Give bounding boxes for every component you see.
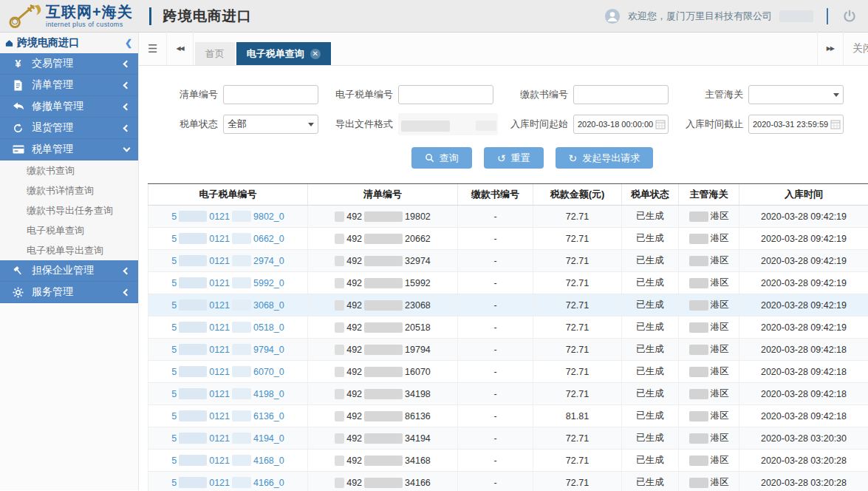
table-row[interactable]: 5 0121 0518_0 492 20518 - 72.71 已生成 港区 2… (148, 316, 868, 339)
table-row[interactable]: 5 0121 0662_0 492 20662 - 72.71 已生成 港区 2… (148, 228, 868, 250)
export-format-redacted-options[interactable] (398, 113, 498, 135)
sidebar-item-label: 退货管理 (32, 121, 73, 135)
sidebar-subitem[interactable]: 缴款书导出任务查询 (0, 200, 138, 220)
column-header: 主管海关 (679, 184, 739, 206)
tax-no-link[interactable]: 5 0121 6136_0 (171, 410, 284, 421)
export-icon: ↻ (569, 153, 578, 163)
header-divider-2 (827, 8, 828, 24)
sidebar-subitem[interactable]: 缴款书查询 (0, 160, 138, 180)
cell-status: 已生成 (622, 361, 679, 383)
cell-status: 已生成 (622, 272, 679, 294)
sidebar-item[interactable]: 退货管理 (0, 118, 138, 139)
tax-no-link[interactable]: 5 0121 5992_0 (171, 277, 284, 288)
table-row[interactable]: 5 0121 4166_0 492 34166 - 72.71 已生成 港区 2… (148, 472, 868, 491)
tax-no-link[interactable]: 5 0121 4198_0 (171, 388, 284, 399)
table-row[interactable]: 5 0121 2974_0 492 32974 - 72.71 已生成 港区 2… (148, 250, 868, 272)
table-row[interactable]: 5 0121 4198_0 492 34198 - 72.71 已生成 港区 2… (148, 383, 868, 405)
payment-no-input[interactable] (573, 85, 669, 104)
cell-status: 已生成 (622, 228, 679, 250)
redacted-segment (232, 410, 251, 421)
cell-status: 已生成 (622, 383, 679, 405)
calendar-icon[interactable] (830, 119, 841, 129)
cell-status: 已生成 (622, 206, 679, 228)
cell-payment-no: - (458, 427, 533, 450)
table-row[interactable]: 5 0121 9802_0 492 19802 - 72.71 已生成 港区 2… (148, 206, 868, 228)
close-all-tabs-button[interactable]: 关闭 (843, 32, 868, 65)
redacted-segment (689, 211, 708, 222)
sidebar-item[interactable]: 修撤单管理 (0, 96, 138, 118)
tax-no-link[interactable]: 5 0121 6070_0 (171, 366, 284, 377)
tax-no-input[interactable] (398, 85, 493, 104)
table-row[interactable]: 5 0121 9794_0 492 19794 - 72.71 已生成 港区 2… (148, 339, 868, 361)
redacted-segment (689, 278, 708, 288)
brand-subtitle: internet plus of customs (46, 21, 133, 28)
time-end-label: 入库时间截止 (669, 118, 748, 131)
tax-no-link[interactable]: 5 0121 4166_0 (171, 477, 284, 488)
customs-select[interactable] (748, 85, 844, 104)
cell-tax-no: 5 0121 6070_0 (148, 361, 308, 383)
sidebar-item[interactable]: 服务管理 (0, 282, 138, 303)
cell-time: 2020-03-28 09:42:19 (739, 228, 868, 250)
table-row[interactable]: 5 0121 3068_0 492 23068 - 72.71 已生成 港区 2… (148, 294, 868, 316)
cell-tax-no: 5 0121 9802_0 (148, 206, 308, 228)
cell-payment-no: - (458, 316, 533, 339)
cell-amount: 72.71 (533, 472, 622, 491)
table-row[interactable]: 5 0121 6136_0 492 86136 - 81.81 已生成 港区 2… (148, 405, 868, 427)
redacted-segment (179, 388, 207, 399)
cell-amount: 72.71 (533, 361, 622, 383)
reset-button[interactable]: ↺ 重置 (484, 147, 544, 169)
chevron-down-icon (123, 145, 131, 152)
sidebar-item[interactable]: 税单管理 (0, 139, 138, 160)
reset-icon: ↺ (497, 153, 506, 163)
redacted-segment (689, 411, 708, 421)
query-button[interactable]: 查询 (411, 147, 472, 169)
tax-no-link[interactable]: 5 0121 0518_0 (171, 322, 284, 333)
tax-no-link[interactable]: 5 0121 4194_0 (171, 433, 284, 444)
cell-customs: 港区 (679, 294, 739, 316)
query-form: 清单编号 电子税单编号 缴款书编号 主管海关 (139, 66, 868, 169)
calendar-icon[interactable] (655, 119, 666, 129)
cell-tax-no: 5 0121 9794_0 (148, 339, 308, 361)
tax-no-label: 电子税单编号 (318, 88, 398, 101)
redacted-segment (232, 299, 251, 311)
double-left-icon[interactable]: ◀◀ (167, 32, 193, 65)
redacted-segment (689, 256, 708, 266)
cell-tax-no: 5 0121 4198_0 (148, 383, 308, 405)
sidebar-subitem[interactable]: 电子税单导出查询 (0, 240, 138, 260)
table-row[interactable]: 5 0121 5992_0 492 15992 - 72.71 已生成 港区 2… (148, 272, 868, 294)
tax-no-link[interactable]: 5 0121 4168_0 (171, 455, 284, 466)
sidebar-item-label: 税单管理 (32, 143, 73, 156)
time-start-input[interactable]: 2020-03-18 00:00:00 (573, 115, 669, 134)
close-icon[interactable]: ✕ (310, 49, 321, 59)
sidebar-collapse-icon[interactable]: ❮ (125, 38, 132, 48)
tax-no-link[interactable]: 5 0121 2974_0 (171, 255, 284, 266)
table-row[interactable]: 5 0121 4168_0 492 34168 - 72.71 已生成 港区 2… (148, 450, 868, 472)
redacted-segment (232, 255, 251, 266)
status-select[interactable]: 全部 (223, 115, 318, 134)
table-row[interactable]: 5 0121 4194_0 492 34194 - 72.71 已生成 港区 2… (148, 427, 868, 450)
cell-status: 已生成 (622, 339, 679, 361)
sidebar-item[interactable]: 清单管理 (0, 75, 138, 96)
tax-no-link[interactable]: 5 0121 9794_0 (171, 344, 284, 355)
sidebar-subitem[interactable]: 缴款书详情查询 (0, 180, 138, 200)
sidebar-item[interactable]: ¥交易管理 (0, 53, 138, 75)
hamburger-icon[interactable]: ☰ (139, 32, 167, 65)
sidebar-item[interactable]: 担保企业管理 (0, 260, 138, 282)
cell-status: 已生成 (622, 472, 679, 491)
cell-amount: 72.71 (533, 272, 622, 294)
export-request-button[interactable]: ↻ 发起导出请求 (556, 147, 654, 169)
time-end-input[interactable]: 2020-03-31 23:59:59 (748, 115, 844, 134)
cell-amount: 72.71 (533, 339, 622, 361)
tab-home[interactable]: 首页 (195, 42, 235, 65)
tax-no-link[interactable]: 5 0121 3068_0 (171, 299, 284, 311)
cell-time: 2020-03-28 03:20:30 (739, 427, 868, 450)
table-row[interactable]: 5 0121 6070_0 492 16070 - 72.71 已生成 港区 2… (148, 361, 868, 383)
sidebar-subitem[interactable]: 电子税单查询 (0, 220, 138, 240)
list-no-input[interactable] (223, 85, 318, 104)
power-icon[interactable] (841, 8, 858, 24)
tax-no-link[interactable]: 5 0121 0662_0 (171, 233, 284, 244)
double-right-icon[interactable]: ▶▶ (817, 32, 843, 65)
tab-electronic-tax-query[interactable]: 电子税单查询 ✕ (236, 42, 331, 65)
tax-no-link[interactable]: 5 0121 9802_0 (171, 211, 284, 222)
customs-golden-key-logo (6, 1, 41, 31)
